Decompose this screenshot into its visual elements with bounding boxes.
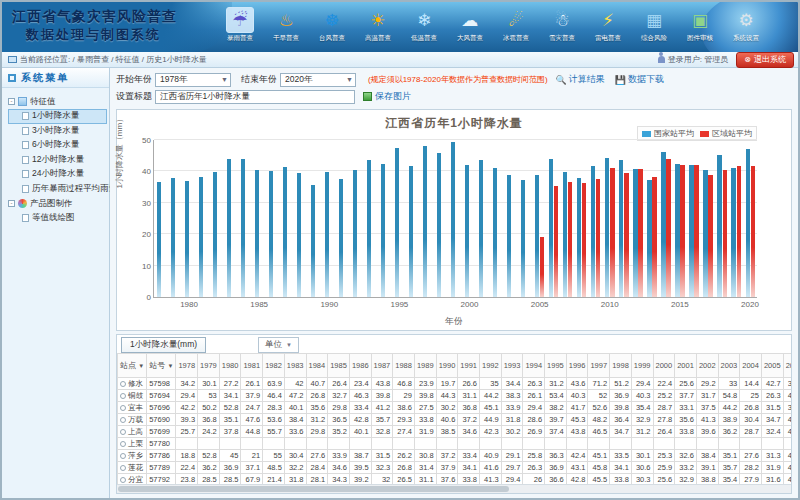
- end-year-select[interactable]: 2020年▼: [280, 73, 356, 87]
- calculate-result-link[interactable]: 🔍计算结果: [556, 73, 605, 86]
- station-name-cell[interactable]: 上高: [118, 426, 147, 438]
- value-cell: 30.4: [284, 450, 306, 462]
- toolbar-item-大风普查[interactable]: ☁大风普查: [447, 4, 493, 50]
- toolbar-item-图件审核[interactable]: ▣图件审核: [677, 4, 723, 50]
- table-row[interactable]: 萍乡5778618.852.845215530.427.633.938.731.…: [118, 450, 792, 462]
- toolbar-item-雪灾普查[interactable]: ☃雪灾普查: [539, 4, 585, 50]
- radio-icon[interactable]: [120, 441, 126, 447]
- expand-icon[interactable]: -: [8, 98, 15, 105]
- column-header-year[interactable]: 2000: [653, 354, 675, 378]
- column-header-year[interactable]: 2004: [740, 354, 762, 378]
- table-row[interactable]: 宜丰5769642.250.252.824.728.340.135.629.83…: [118, 402, 792, 414]
- sidebar-group-特征值[interactable]: -特征值: [8, 94, 107, 109]
- toolbar-item-低温普查[interactable]: ❄低温普查: [401, 4, 447, 50]
- station-name-cell[interactable]: 宜丰: [118, 402, 147, 414]
- station-name-cell[interactable]: 万载: [118, 414, 147, 426]
- station-name-cell[interactable]: 萍乡: [118, 450, 147, 462]
- column-header-year[interactable]: 1997: [588, 354, 610, 378]
- toolbar-item-综合风险[interactable]: ▦综合风险: [631, 4, 677, 50]
- sidebar-group-产品图制作[interactable]: -产品图制作: [8, 196, 107, 211]
- table-row[interactable]: 修水5759834.230.127.226.163.94240.726.423.…: [118, 378, 792, 390]
- column-header-year[interactable]: 1987: [371, 354, 393, 378]
- column-header-year[interactable]: 1989: [414, 354, 436, 378]
- station-name-cell[interactable]: 莲花: [118, 462, 147, 474]
- column-header-year[interactable]: 1985: [328, 354, 350, 378]
- column-header-year[interactable]: 1988: [393, 354, 415, 378]
- scrollbar-thumb[interactable]: [118, 486, 509, 492]
- sidebar-item-3小时降水量[interactable]: 3小时降水量: [8, 124, 107, 139]
- column-header-year[interactable]: 1981: [241, 354, 263, 378]
- app-title-block: 江西省气象灾害风险普查 数据处理与制图系统: [2, 2, 232, 52]
- column-header-year[interactable]: 2003: [718, 354, 740, 378]
- data-download-link[interactable]: 💾数据下载: [615, 73, 664, 86]
- column-header-station-id[interactable]: 站号 ▼: [147, 354, 176, 378]
- column-header-year[interactable]: 1995: [545, 354, 567, 378]
- column-header-year[interactable]: 1984: [306, 354, 328, 378]
- value-cell: 29.4: [501, 474, 523, 485]
- table-row[interactable]: 上栗57780: [118, 438, 792, 450]
- table-scroll-area[interactable]: 站点 ▼站号 ▼19781979198019811982198319841985…: [117, 353, 791, 484]
- column-header-year[interactable]: 1991: [458, 354, 480, 378]
- unit-button[interactable]: 1小时降水量(mm): [121, 337, 206, 353]
- sidebar-item-12小时降水量[interactable]: 12小时降水量: [8, 153, 107, 168]
- toolbar-item-暴雨普查[interactable]: ☔暴雨普查: [217, 4, 263, 50]
- column-header-year[interactable]: 1980: [219, 354, 241, 378]
- chart-title-input[interactable]: 江西省历年1小时降水量: [155, 90, 355, 104]
- column-header-station[interactable]: 站点 ▼: [118, 354, 147, 378]
- column-header-year[interactable]: 2005: [761, 354, 783, 378]
- high-temp-icon: ☀: [364, 7, 392, 33]
- toolbar-item-系统设置[interactable]: ⚙系统设置: [723, 4, 769, 50]
- column-header-year[interactable]: 2002: [696, 354, 718, 378]
- value-cell: 37.7: [675, 390, 697, 402]
- start-year-select[interactable]: 1978年▼: [155, 73, 231, 87]
- column-header-year[interactable]: 1982: [263, 354, 285, 378]
- toolbar-item-高温普查[interactable]: ☀高温普查: [355, 4, 401, 50]
- radio-icon[interactable]: [120, 393, 126, 399]
- toolbar-item-冰雹普查[interactable]: ☄冰雹普查: [493, 4, 539, 50]
- value-cell: 39.6: [696, 426, 718, 438]
- column-header-year[interactable]: 1979: [198, 354, 220, 378]
- column-header-year[interactable]: 1999: [631, 354, 653, 378]
- save-image-link[interactable]: 保存图片: [363, 90, 411, 103]
- exit-system-button[interactable]: ⊗ 退出系统: [736, 52, 794, 68]
- table-row[interactable]: 万载5769039.336.835.147.653.638.431.236.54…: [118, 414, 792, 426]
- radio-icon[interactable]: [120, 453, 126, 459]
- column-header-year[interactable]: 1992: [480, 354, 502, 378]
- radio-icon[interactable]: [120, 477, 126, 483]
- table-row[interactable]: 铜鼓5769429.45334.137.946.447.226.832.746.…: [118, 390, 792, 402]
- column-header-year[interactable]: 1994: [523, 354, 545, 378]
- sidebar-item-1小时降水量[interactable]: 1小时降水量: [8, 109, 107, 124]
- table-row[interactable]: 莲花5778922.436.236.937.148.532.228.434.63…: [118, 462, 792, 474]
- column-header-year[interactable]: 1978: [176, 354, 198, 378]
- toolbar-item-干旱普查[interactable]: ♨干旱普查: [263, 4, 309, 50]
- radio-icon[interactable]: [120, 381, 126, 387]
- column-header-year[interactable]: 1990: [436, 354, 458, 378]
- column-header-year[interactable]: 1996: [566, 354, 588, 378]
- radio-icon[interactable]: [120, 429, 126, 435]
- sidebar-item-等值线绘图[interactable]: 等值线绘图: [8, 211, 107, 226]
- station-name-cell[interactable]: 上栗: [118, 438, 147, 450]
- toolbar-item-台风普查[interactable]: ☸台风普查: [309, 4, 355, 50]
- toolbar-item-雷电普查[interactable]: ⚡雷电普查: [585, 4, 631, 50]
- radio-icon[interactable]: [120, 465, 126, 471]
- sidebar-item-历年暴雨过程平均雨量[interactable]: 历年暴雨过程平均雨量: [8, 182, 107, 197]
- column-header-year[interactable]: 2006: [783, 354, 791, 378]
- table-row[interactable]: 分宜5779223.828.528.567.921.431.828.134.33…: [118, 474, 792, 485]
- expand-icon[interactable]: -: [8, 200, 15, 207]
- station-name-cell[interactable]: 铜鼓: [118, 390, 147, 402]
- unit-dropdown[interactable]: 单位▼: [258, 337, 299, 353]
- station-name-cell[interactable]: 分宜: [118, 474, 147, 485]
- station-name-cell[interactable]: 修水: [118, 378, 147, 390]
- column-header-year[interactable]: 2001: [675, 354, 697, 378]
- radio-icon[interactable]: [120, 405, 126, 411]
- column-header-year[interactable]: 1983: [284, 354, 306, 378]
- radio-icon[interactable]: [120, 417, 126, 423]
- sidebar-item-6小时降水量[interactable]: 6小时降水量: [8, 138, 107, 153]
- column-header-year[interactable]: 1993: [501, 354, 523, 378]
- sidebar-item-24小时降水量[interactable]: 24小时降水量: [8, 167, 107, 182]
- horizontal-scrollbar[interactable]: [117, 484, 791, 493]
- value-cell: 41.6: [480, 462, 502, 474]
- column-header-year[interactable]: 1986: [349, 354, 371, 378]
- column-header-year[interactable]: 1998: [610, 354, 632, 378]
- table-row[interactable]: 上高5769925.724.237.844.855.733.629.835.24…: [118, 426, 792, 438]
